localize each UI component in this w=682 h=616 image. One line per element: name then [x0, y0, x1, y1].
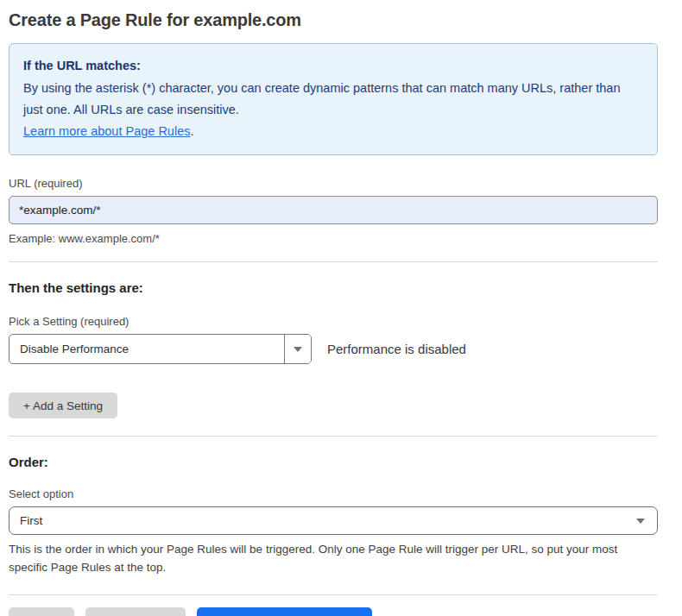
create-page-rule-form: Create a Page Rule for example.com If th…: [0, 0, 682, 616]
divider: [9, 436, 658, 437]
setting-select-value: Disable Performance: [9, 335, 284, 363]
url-input[interactable]: [9, 196, 658, 224]
divider: [9, 261, 658, 262]
cancel-button[interactable]: Cancel: [9, 607, 74, 616]
order-select-label: Select option: [9, 487, 658, 500]
learn-more-link[interactable]: Learn more about Page Rules: [23, 124, 190, 138]
page-title: Create a Page Rule for example.com: [9, 10, 658, 30]
setting-picker-label: Pick a Setting (required): [9, 315, 658, 328]
footer-actions: Cancel Save as Draft Save and Deploy Pag…: [9, 607, 658, 616]
order-select-value: First: [20, 514, 42, 527]
info-box-heading: If the URL matches:: [23, 55, 643, 77]
setting-status-text: Performance is disabled: [327, 342, 466, 356]
url-field-label: URL (required): [9, 177, 658, 190]
order-section-heading: Order:: [9, 455, 658, 469]
chevron-down-icon: [294, 347, 302, 352]
setting-select-arrow-button[interactable]: [284, 335, 311, 363]
order-help-text: This is the order in which your Page Rul…: [9, 540, 658, 576]
save-and-deploy-button[interactable]: Save and Deploy Page Rule: [197, 607, 373, 616]
divider: [9, 594, 658, 595]
chevron-down-icon: [636, 519, 645, 524]
info-box-body: By using the asterisk (*) character, you…: [23, 78, 643, 121]
add-setting-button[interactable]: + Add a Setting: [9, 393, 117, 418]
order-select[interactable]: First: [9, 506, 658, 535]
save-as-draft-button[interactable]: Save as Draft: [85, 607, 186, 616]
link-suffix: .: [190, 124, 193, 138]
url-example-text: Example: www.example.com/*: [9, 232, 658, 245]
url-match-info-box: If the URL matches: By using the asteris…: [9, 43, 658, 155]
setting-select[interactable]: Disable Performance: [9, 334, 312, 364]
info-link-line: Learn more about Page Rules.: [23, 121, 643, 142]
setting-row: Disable Performance Performance is disab…: [9, 334, 658, 364]
settings-section-heading: Then the settings are:: [9, 280, 658, 295]
